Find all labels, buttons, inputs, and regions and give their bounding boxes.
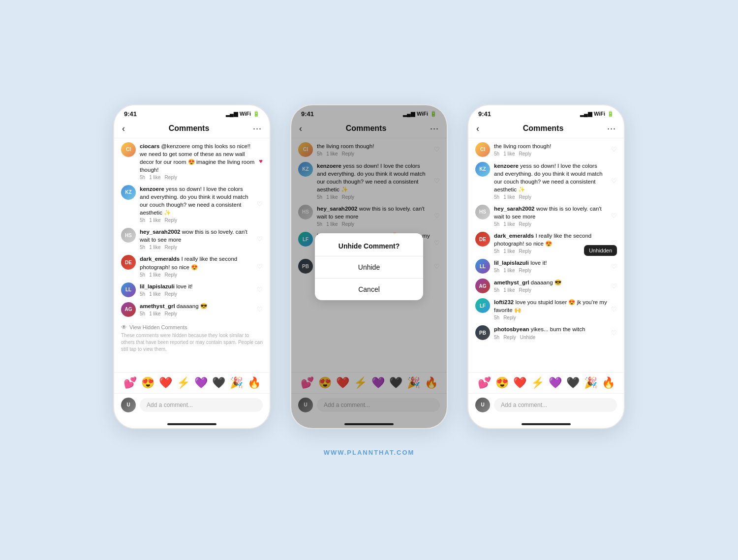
- comment-meta: 5h 1 like Reply: [140, 311, 253, 316]
- comment-body: photosbyean yikes... burn the witch 5h R…: [494, 325, 607, 340]
- hidden-comments-link-label[interactable]: View Hidden Comments: [129, 324, 187, 330]
- comment-body: hey_sarah2002 wow this is so lovely. can…: [140, 228, 253, 250]
- avatar-lil-lapis: LL: [121, 282, 136, 297]
- like-button[interactable]: ♡: [257, 286, 263, 293]
- reply-button[interactable]: Reply: [164, 311, 177, 316]
- comment-item: LL lil_lapislazuli love it! 5h 1 like Re…: [475, 259, 617, 274]
- comment-time: 5h: [140, 311, 145, 316]
- home-indicator-3: [468, 420, 624, 428]
- reply-button[interactable]: Reply: [164, 218, 177, 223]
- emoji-purple-heart[interactable]: 💜: [194, 376, 208, 389]
- footer-url: WWW.PLANNTHAT.COM: [324, 449, 415, 456]
- comment-time: 5h: [494, 194, 499, 200]
- username: hey_sarah2002: [140, 229, 180, 235]
- back-button-3[interactable]: ‹: [476, 124, 479, 134]
- username: amethyst_grl: [140, 303, 175, 309]
- emoji-fire[interactable]: 🔥: [247, 376, 261, 389]
- emoji-lightning[interactable]: ⚡: [177, 376, 190, 389]
- phone-header-3: ‹ Comments ···: [468, 120, 624, 138]
- reply-button[interactable]: Reply: [519, 268, 531, 273]
- like-button[interactable]: ♡: [611, 146, 617, 153]
- comment-text: lil_lapislazuli love it!: [140, 282, 253, 290]
- reply-button[interactable]: Reply: [164, 175, 177, 180]
- reply-button[interactable]: Reply: [519, 151, 531, 156]
- home-indicator-1: [114, 420, 270, 428]
- like-button[interactable]: ♡: [257, 306, 263, 313]
- username: hey_sarah2002: [494, 206, 534, 212]
- reply-button[interactable]: Reply: [519, 249, 531, 254]
- battery-icon: 🔋: [253, 111, 260, 117]
- unhide-modal: Unhide Comment? Unhide Cancel: [315, 233, 423, 300]
- comment-input-1[interactable]: Add a comment...: [140, 398, 263, 412]
- modal-unhide-button[interactable]: Unhide: [315, 256, 423, 278]
- comment-meta: 5h Reply Unhide: [494, 335, 607, 340]
- like-button[interactable]: ♡: [257, 235, 263, 243]
- like-button[interactable]: ♡: [611, 329, 617, 337]
- comment-text: amethyst_grl daaaang 😎: [494, 279, 607, 286]
- reply-button[interactable]: Reply: [164, 245, 177, 250]
- hidden-comments-banner: 👁 View Hidden Comments These comments we…: [121, 322, 263, 355]
- emoji-heart-pink[interactable]: 💕: [123, 376, 137, 389]
- status-icons-1: ▂▄▆ WiFi 🔋: [226, 111, 260, 117]
- unhide-button[interactable]: Unhide: [520, 335, 536, 340]
- avatar-amethyst: AG: [121, 302, 136, 317]
- emoji-love-eyes[interactable]: 😍: [141, 376, 154, 389]
- back-button-1[interactable]: ‹: [122, 124, 125, 134]
- home-bar-1: [167, 423, 216, 425]
- reply-button[interactable]: Reply: [164, 272, 177, 278]
- emoji-heart-pink-3[interactable]: 💕: [478, 376, 491, 389]
- comment-time: 5h: [494, 268, 499, 273]
- comment-meta: 5h 1 like Reply: [494, 194, 607, 200]
- modal-cancel-button[interactable]: Cancel: [315, 279, 423, 300]
- emoji-red-heart-3[interactable]: ❤️: [513, 376, 526, 389]
- comment-text: amethyst_grl daaaang 😎: [140, 302, 253, 310]
- like-button[interactable]: ♥: [259, 157, 263, 165]
- comment-item: HS hey_sarah2002 wow this is so lovely. …: [475, 205, 617, 227]
- reply-button[interactable]: Reply: [503, 315, 516, 320]
- reply-button[interactable]: Reply: [519, 287, 531, 293]
- comment-body: kenzoere yess so down! I love the colors…: [494, 162, 607, 200]
- reply-button[interactable]: Reply: [519, 221, 531, 227]
- current-user-avatar-3: U: [475, 398, 490, 412]
- username: lil_lapislazuli: [494, 260, 529, 266]
- comment-meta: 5h 1 like Reply: [494, 268, 607, 273]
- like-button[interactable]: ♡: [611, 306, 617, 313]
- more-button-1[interactable]: ···: [253, 124, 262, 134]
- comment-meta: 5h 1 like Reply: [140, 175, 255, 180]
- emoji-fire-3[interactable]: 🔥: [602, 376, 615, 389]
- emoji-party[interactable]: 🎉: [230, 376, 243, 389]
- comment-item: DE dark_emeralds I really like the secon…: [121, 255, 263, 277]
- comment-item: PB photosbyean yikes... burn the witch 5…: [475, 325, 617, 340]
- battery-icon-3: 🔋: [607, 111, 614, 117]
- reply-button[interactable]: Reply: [519, 194, 531, 200]
- username: ciocars: [140, 143, 159, 149]
- emoji-party-3[interactable]: 🎉: [584, 376, 597, 389]
- comment-text: lil_lapislazuli love it!: [494, 259, 607, 267]
- current-user-avatar-1: U: [121, 398, 136, 412]
- comment-time: 5h: [140, 272, 145, 278]
- emoji-black-heart[interactable]: 🖤: [212, 376, 225, 389]
- reply-button[interactable]: Reply: [503, 335, 516, 340]
- view-hidden-comments-link[interactable]: 👁 View Hidden Comments: [121, 324, 263, 331]
- like-button[interactable]: ♡: [611, 177, 617, 185]
- comment-input-3[interactable]: Add a comment...: [494, 398, 617, 412]
- like-button[interactable]: ♡: [257, 200, 263, 208]
- comment-item: AG amethyst_grl daaaang 😎 5h 1 like Repl…: [121, 302, 263, 317]
- emoji-red-heart[interactable]: ❤️: [159, 376, 172, 389]
- emoji-lightning-3[interactable]: ⚡: [531, 376, 544, 389]
- emoji-purple-heart-3[interactable]: 💜: [549, 376, 562, 389]
- reply-button[interactable]: Reply: [164, 291, 177, 297]
- like-button[interactable]: ♡: [611, 212, 617, 219]
- comment-input-row-3: U Add a comment...: [468, 394, 624, 420]
- more-button-3[interactable]: ···: [607, 124, 616, 134]
- like-button[interactable]: ♡: [611, 282, 617, 290]
- comment-body: hey_sarah2002 wow this is so lovely. can…: [494, 205, 607, 227]
- like-button[interactable]: ♡: [611, 263, 617, 270]
- emoji-love-eyes-3[interactable]: 😍: [495, 376, 509, 389]
- emoji-black-heart-3[interactable]: 🖤: [566, 376, 580, 389]
- comment-item: AG amethyst_grl daaaang 😎 5h 1 like Repl…: [475, 279, 617, 293]
- username: dark_emeralds: [140, 256, 180, 262]
- phones-row: 9:41 ▂▄▆ WiFi 🔋 ‹ Comments ··· CI ciocar…: [113, 104, 625, 429]
- comment-likes: 1 like: [149, 175, 160, 180]
- like-button[interactable]: ♡: [257, 263, 263, 270]
